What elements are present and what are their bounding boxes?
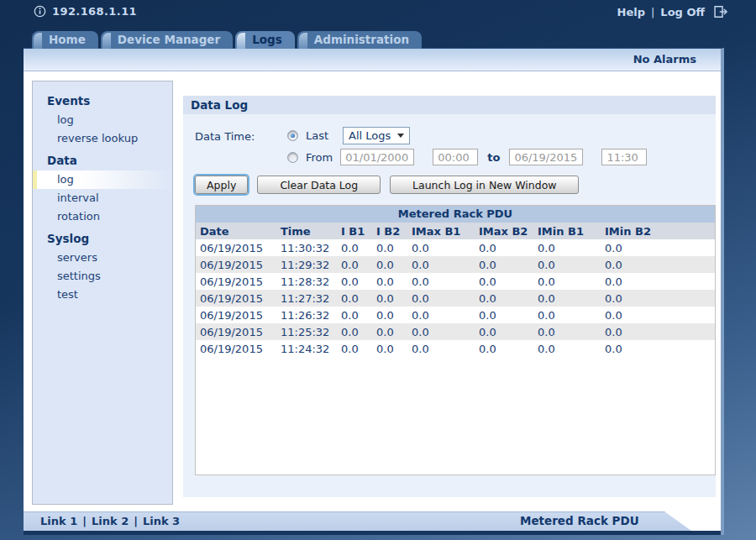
help-link[interactable]: Help xyxy=(617,6,645,18)
from-label: From xyxy=(306,151,333,164)
table-cell: 0.0 xyxy=(337,290,372,307)
from-date-field[interactable] xyxy=(340,149,414,165)
column-header-time: Time xyxy=(276,223,337,239)
tab-ear xyxy=(299,33,307,49)
table-cell: 0.0 xyxy=(372,256,407,273)
table-cell: 0.0 xyxy=(407,307,475,323)
sidebar-section-syslog[interactable]: Syslog xyxy=(33,226,172,249)
alarm-status: No Alarms xyxy=(633,53,696,66)
main-window: No Alarms Eventslogreverse lookupDatalog… xyxy=(24,48,724,535)
sidebar-item-syslog-settings[interactable]: settings xyxy=(33,267,172,286)
button-row: Apply Clear Data Log Launch Log in New W… xyxy=(195,176,579,194)
table-cell: 0.0 xyxy=(372,239,407,256)
table-cell: 0.0 xyxy=(533,273,601,290)
table-cell: 0.0 xyxy=(533,239,601,256)
table-cell: 0.0 xyxy=(533,323,601,340)
table-row: 06/19/201511:25:320.00.00.00.00.00.0 xyxy=(196,323,715,340)
table-cell: 11:26:32 xyxy=(276,307,337,323)
table-row: 06/19/201511:28:320.00.00.00.00.00.0 xyxy=(196,273,715,290)
footer-link-link-1[interactable]: Link 1 xyxy=(40,511,77,531)
data-time-label: Data Time: xyxy=(195,130,255,143)
table-cell: 0.0 xyxy=(601,307,715,323)
sidebar-item-label: interval xyxy=(57,191,99,204)
table-cell: 0.0 xyxy=(533,290,601,307)
logoff-link[interactable]: Log Off xyxy=(660,6,705,18)
footer-link-link-2[interactable]: Link 2 xyxy=(92,511,129,531)
tab-label: Home xyxy=(49,33,86,46)
table-cell: 06/19/2015 xyxy=(196,273,276,290)
table-cell: 0.0 xyxy=(372,340,407,357)
tab-device-manager[interactable]: Device Manager xyxy=(101,31,233,49)
tab-ear xyxy=(34,33,42,49)
table-cell: 0.0 xyxy=(407,239,475,256)
to-label: to xyxy=(487,151,500,164)
clear-data-log-button[interactable]: Clear Data Log xyxy=(257,176,381,194)
table-cell: 0.0 xyxy=(475,256,533,273)
column-header-imax-b1: IMax B1 xyxy=(407,223,475,239)
tab-bar: HomeDevice ManagerLogsAdministration xyxy=(32,31,422,49)
footer-navy-strip xyxy=(24,531,721,535)
last-row: Last All Logs xyxy=(287,126,410,144)
table-cell: 0.0 xyxy=(407,323,475,340)
table-cell: 11:30:32 xyxy=(276,239,337,256)
table-cell: 0.0 xyxy=(533,256,601,273)
column-header-i-b2: I B2 xyxy=(372,223,407,239)
footer-link-separator: | xyxy=(82,511,87,531)
from-radio[interactable] xyxy=(287,152,298,163)
chevron-down-icon xyxy=(397,134,404,138)
tab-label: Logs xyxy=(252,33,282,46)
table-cell: 0.0 xyxy=(337,239,372,256)
apply-button[interactable]: Apply xyxy=(195,176,248,194)
sidebar-item-data-interval[interactable]: interval xyxy=(33,189,172,207)
table-cell: 0.0 xyxy=(475,290,533,307)
topbar-separator: | xyxy=(651,6,654,18)
footer-bar: Link 1|Link 2|Link 3 Metered Rack PDU xyxy=(24,511,721,531)
table-cell: 0.0 xyxy=(601,290,715,307)
table-cell: 0.0 xyxy=(337,340,372,357)
table-cell: 0.0 xyxy=(337,273,372,290)
table-row: 06/19/201511:27:320.00.00.00.00.00.0 xyxy=(196,290,715,307)
sidebar-section-events[interactable]: Events xyxy=(33,88,172,111)
table-cell: 0.0 xyxy=(407,290,475,307)
table-row: 06/19/201511:30:320.00.00.00.00.00.0 xyxy=(196,239,715,256)
table-cell: 0.0 xyxy=(407,273,475,290)
to-time-field[interactable] xyxy=(601,149,647,165)
launch-log-button[interactable]: Launch Log in New Window xyxy=(390,176,579,194)
tab-logs[interactable]: Logs xyxy=(235,31,295,49)
table-cell: 0.0 xyxy=(337,256,372,273)
sidebar-section-data[interactable]: Data xyxy=(33,148,172,170)
tab-label: Device Manager xyxy=(118,33,220,46)
sidebar-item-label: servers xyxy=(57,251,97,264)
log-range-select[interactable]: All Logs xyxy=(343,127,410,144)
sidebar-item-data-rotation[interactable]: rotation xyxy=(33,207,172,226)
table-cell: 0.0 xyxy=(337,323,372,340)
to-date-field[interactable] xyxy=(509,149,583,165)
table-cell: 0.0 xyxy=(601,256,715,273)
sidebar-item-events-log[interactable]: log xyxy=(33,111,172,129)
sidebar-item-events-reverse-lookup[interactable]: reverse lookup xyxy=(33,129,172,148)
column-header-date: Date xyxy=(196,223,276,239)
table-body: 06/19/201511:30:320.00.00.00.00.00.006/1… xyxy=(196,239,715,357)
table-cell: 11:29:32 xyxy=(276,256,337,273)
table-cell: 06/19/2015 xyxy=(196,323,276,340)
table-cell: 11:24:32 xyxy=(276,340,337,357)
tab-ear xyxy=(237,33,245,49)
sidebar-item-data-log[interactable]: log xyxy=(33,170,172,189)
footer-links: Link 1|Link 2|Link 3 xyxy=(40,511,180,531)
table-cell: 0.0 xyxy=(475,239,533,256)
last-radio[interactable] xyxy=(287,130,298,141)
table-row: 06/19/201511:29:320.00.00.00.00.00.0 xyxy=(196,256,715,273)
sidebar-item-syslog-test[interactable]: test xyxy=(33,286,172,304)
footer-link-link-3[interactable]: Link 3 xyxy=(143,511,180,531)
tab-home[interactable]: Home xyxy=(32,31,98,49)
tab-label: Administration xyxy=(314,33,409,46)
column-header-imax-b2: IMax B2 xyxy=(475,223,533,239)
table-row: 06/19/201511:26:320.00.00.00.00.00.0 xyxy=(196,307,715,323)
sidebar-item-syslog-servers[interactable]: servers xyxy=(33,249,172,267)
tab-administration[interactable]: Administration xyxy=(297,31,422,49)
table-cell: 11:25:32 xyxy=(276,323,337,340)
logoff-icon[interactable] xyxy=(713,5,728,18)
from-time-field[interactable] xyxy=(433,149,478,165)
table-cell: 06/19/2015 xyxy=(196,239,276,256)
page-title: Data Log xyxy=(183,96,716,114)
